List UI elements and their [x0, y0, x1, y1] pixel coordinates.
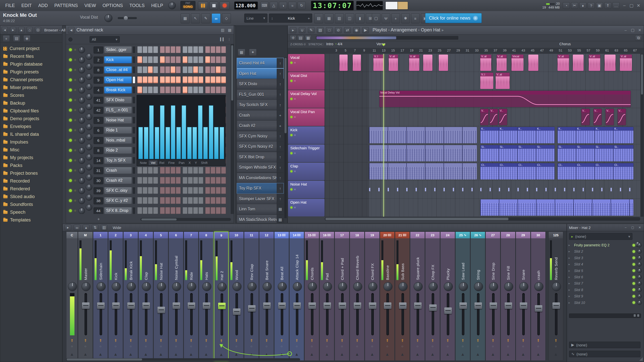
step-4[interactable]: [153, 86, 158, 93]
step-15[interactable]: [216, 207, 221, 214]
step-3[interactable]: [148, 207, 153, 214]
step-3[interactable]: [148, 177, 153, 184]
clip-auto[interactable]: V..: [499, 109, 507, 125]
strip-fader-track[interactable]: [432, 293, 434, 335]
channel-number[interactable]: 1: [94, 47, 103, 54]
route-arrow-icon[interactable]: ⇑: [139, 338, 153, 343]
strip-fader-handle[interactable]: [339, 302, 346, 309]
fx-enable-led[interactable]: ○: [440, 344, 455, 348]
route-target-icon[interactable]: ▲: [184, 352, 198, 357]
fx-enable-led[interactable]: ○: [274, 344, 289, 348]
forward-icon[interactable]: ▸: [10, 27, 16, 33]
strip-header[interactable]: 5: [154, 232, 168, 238]
step-16[interactable]: [221, 56, 226, 63]
clip-audio[interactable]: [439, 55, 448, 71]
strip-pan-knob[interactable]: [97, 282, 106, 291]
rack-more-icon[interactable]: ⋮: [227, 37, 231, 41]
playlist-lanes[interactable]: V..lV..alV..alV..alV..alVocalV..alV..alV…: [325, 54, 640, 217]
move-icon[interactable]: +: [277, 121, 284, 131]
route-arrow-icon[interactable]: ⇑: [78, 338, 93, 343]
step-6[interactable]: [165, 46, 170, 53]
route-arrow-icon[interactable]: ⇑: [380, 338, 394, 343]
step-7[interactable]: [171, 177, 175, 184]
clip-pat[interactable]: K..: [517, 127, 536, 143]
fx-enable-led[interactable]: ○: [425, 344, 440, 348]
step-13[interactable]: [205, 187, 210, 194]
arrow-icon[interactable]: ↑: [277, 183, 284, 193]
clip-audio[interactable]: [573, 55, 584, 71]
strip-pan-knob[interactable]: [142, 282, 151, 291]
slot-enable-led[interactable]: [632, 250, 635, 253]
route-arrow-icon[interactable]: ⇑: [66, 338, 77, 343]
step-11[interactable]: [193, 76, 198, 83]
clip-audio[interactable]: [423, 55, 432, 71]
step-15[interactable]: [216, 76, 221, 83]
clip-pat[interactable]: K..: [595, 127, 613, 143]
fx-enable-led[interactable]: ○: [365, 344, 379, 348]
route-arrow-icon[interactable]: ⇑: [471, 338, 485, 343]
step-16[interactable]: [221, 76, 226, 83]
clip-ticks[interactable]: [369, 188, 477, 191]
step-14[interactable]: [211, 177, 215, 184]
strip-fader-track[interactable]: [266, 293, 268, 335]
channel-name-button[interactable]: SFX Disto: [104, 97, 132, 104]
channel-enable-led[interactable]: [69, 139, 72, 142]
blend-icon[interactable]: ≈: [288, 2, 296, 9]
channel-select-led[interactable]: [74, 109, 76, 111]
mixer-strip-2[interactable]: 2Kick⇑○▲: [108, 232, 123, 361]
step-11[interactable]: [193, 86, 198, 93]
clip-audio[interactable]: V..al: [557, 55, 569, 71]
record-button[interactable]: [220, 2, 230, 10]
step-12[interactable]: [198, 66, 203, 73]
strip-fader-handle[interactable]: [324, 302, 331, 309]
playlist-audio-icon[interactable]: ▤: [297, 35, 304, 41]
route-arrow-icon[interactable]: ⇑: [305, 338, 319, 343]
channel-number[interactable]: 44: [94, 207, 103, 214]
channel-number[interactable]: 8: [94, 147, 103, 154]
picker-item-smigen-whistle-sfx[interactable]: Smigen Whistle SFX↑: [237, 162, 284, 173]
clip-pat[interactable]: Si..: [557, 145, 576, 161]
playlist-auto-icon[interactable]: ▦: [305, 35, 311, 41]
step-16[interactable]: [221, 66, 226, 73]
strip-pan-knob[interactable]: [172, 282, 181, 291]
picker-item-fls-gun-001[interactable]: FLS_Gun 001↑: [237, 89, 284, 100]
browser-item-plugin-presets[interactable]: Plugin presets: [0, 68, 62, 76]
typing-to-piano-icon[interactable]: ⌨: [260, 2, 268, 9]
channel-mute-indicator[interactable]: [133, 197, 135, 204]
fx-enable-led[interactable]: ○: [380, 344, 394, 348]
paint-icon[interactable]: ▧: [317, 27, 324, 33]
strip-header[interactable]: 14: [290, 232, 304, 238]
step-16[interactable]: [221, 197, 226, 204]
zcross-icon[interactable]: ⊘: [303, 42, 306, 46]
clip-audio[interactable]: Vocal: [511, 55, 524, 71]
strip-fader-handle[interactable]: [354, 302, 361, 309]
graph-tab-pan[interactable]: Pan: [177, 160, 186, 165]
step-13[interactable]: [205, 167, 210, 174]
fx-enable-led[interactable]: ○: [395, 344, 410, 348]
channel-enable-led[interactable]: [69, 169, 72, 172]
slip-icon[interactable]: ⇄: [344, 27, 351, 33]
strip-fader-track[interactable]: [205, 293, 208, 335]
step-5[interactable]: [160, 207, 165, 214]
step-10[interactable]: [188, 86, 193, 93]
channel-select-led[interactable]: [74, 69, 76, 71]
grid-icon[interactable]: ▦: [277, 215, 284, 223]
strip-fader-track[interactable]: [145, 293, 147, 335]
step-1[interactable]: [137, 76, 142, 83]
channel-name-button[interactable]: Open Hat: [104, 76, 132, 83]
route-target-icon[interactable]: ▲: [471, 352, 485, 357]
route-arrow-icon[interactable]: ⇑: [229, 338, 244, 343]
fx-enable-led[interactable]: ○: [184, 344, 198, 348]
step-16[interactable]: [221, 187, 226, 194]
fx-enable-led[interactable]: ○: [169, 344, 183, 348]
browser-title[interactable]: Browser - All: [44, 28, 65, 32]
route-arrow-icon[interactable]: ⇑: [290, 338, 304, 343]
picker-scrollbar[interactable]: [284, 57, 287, 218]
slot-enable-led[interactable]: [632, 288, 635, 291]
channel-number[interactable]: 30: [94, 177, 103, 184]
strip-fader-handle[interactable]: [142, 302, 150, 309]
route-target-icon[interactable]: ▲: [350, 352, 364, 357]
strip-fader-track[interactable]: [251, 293, 253, 335]
strip-fader-handle[interactable]: [97, 302, 105, 309]
step-13[interactable]: [205, 56, 210, 63]
